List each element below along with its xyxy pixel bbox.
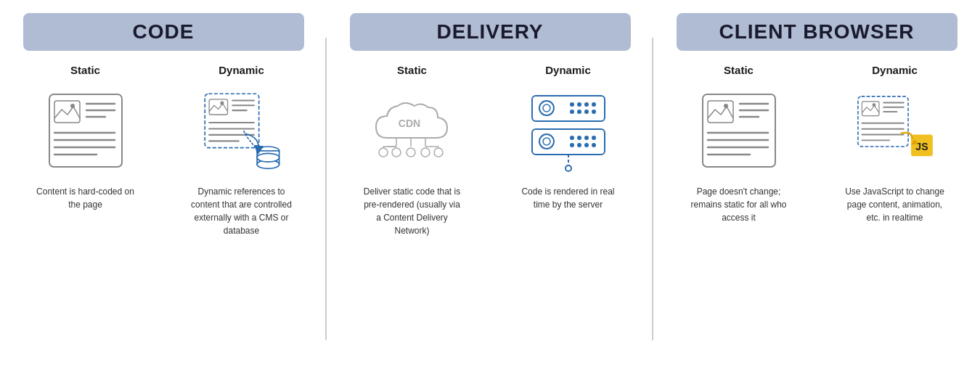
code-section: CODE Static bbox=[0, 0, 327, 378]
code-static-label: Static bbox=[70, 64, 100, 76]
main-container: CODE Static bbox=[0, 0, 980, 378]
svg-point-48 bbox=[592, 110, 596, 114]
code-columns: Static bbox=[7, 64, 319, 365]
code-static-icon bbox=[38, 83, 133, 178]
delivery-static-icon: CDN bbox=[365, 83, 460, 178]
svg-rect-62 bbox=[703, 94, 775, 167]
svg-point-54 bbox=[584, 136, 589, 140]
svg-point-28 bbox=[379, 148, 388, 157]
browser-dynamic-col: Dynamic bbox=[825, 64, 965, 365]
svg-point-52 bbox=[570, 136, 574, 140]
svg-point-57 bbox=[577, 143, 581, 147]
delivery-dynamic-icon bbox=[521, 83, 616, 178]
svg-point-41 bbox=[570, 102, 574, 107]
svg-point-43 bbox=[584, 102, 589, 107]
svg-rect-10 bbox=[205, 94, 258, 147]
svg-point-30 bbox=[407, 148, 415, 157]
svg-point-44 bbox=[592, 102, 596, 107]
delivery-static-col: Static CDN bbox=[342, 64, 483, 365]
svg-rect-0 bbox=[49, 94, 122, 167]
delivery-static-desc: Deliver static code that is pre-rendered… bbox=[362, 185, 463, 237]
svg-point-56 bbox=[570, 143, 574, 147]
delivery-title: DELIVERY bbox=[437, 20, 544, 43]
svg-point-51 bbox=[543, 138, 550, 145]
browser-dynamic-label: Dynamic bbox=[872, 64, 918, 76]
code-static-col: Static bbox=[15, 64, 156, 365]
client-browser-section: CLIENT BROWSER Static bbox=[653, 0, 980, 378]
delivery-section: DELIVERY Static CDN bbox=[327, 0, 653, 378]
svg-point-46 bbox=[577, 110, 581, 114]
svg-point-61 bbox=[565, 165, 571, 171]
svg-rect-72 bbox=[857, 96, 907, 147]
client-browser-title: CLIENT BROWSER bbox=[719, 20, 914, 43]
browser-static-col: Static Pa bbox=[669, 64, 809, 365]
browser-dynamic-desc: Use JavaScript to change page content, a… bbox=[844, 185, 946, 224]
code-dynamic-label: Dynamic bbox=[219, 64, 264, 76]
delivery-static-label: Static bbox=[397, 64, 427, 76]
svg-text:CDN: CDN bbox=[398, 118, 420, 129]
browser-static-icon bbox=[692, 83, 786, 178]
code-static-desc: Content is hard-coded on the page bbox=[35, 185, 136, 211]
svg-point-59 bbox=[592, 143, 596, 147]
code-title: CODE bbox=[133, 20, 195, 43]
svg-point-74 bbox=[872, 103, 875, 107]
browser-dynamic-icon: JS bbox=[848, 83, 942, 178]
svg-point-55 bbox=[592, 136, 596, 140]
svg-point-53 bbox=[577, 136, 581, 140]
browser-static-label: Static bbox=[724, 64, 754, 76]
code-dynamic-desc: Dynamic references to content that are c… bbox=[191, 185, 293, 237]
svg-point-45 bbox=[570, 110, 574, 114]
client-browser-columns: Static Pa bbox=[661, 64, 973, 365]
svg-point-29 bbox=[392, 148, 401, 157]
svg-point-64 bbox=[724, 104, 728, 108]
svg-point-58 bbox=[584, 143, 589, 147]
code-dynamic-col: Dynamic bbox=[171, 64, 312, 365]
svg-point-32 bbox=[434, 148, 443, 157]
svg-point-12 bbox=[220, 101, 224, 104]
svg-text:JS: JS bbox=[915, 141, 928, 153]
code-dynamic-icon bbox=[195, 83, 289, 178]
delivery-dynamic-desc: Code is rendered in real time by the ser… bbox=[518, 185, 619, 211]
svg-point-2 bbox=[70, 104, 75, 108]
client-browser-header: CLIENT BROWSER bbox=[677, 13, 957, 51]
browser-static-desc: Page doesn't change; remains static for … bbox=[688, 185, 790, 224]
svg-point-31 bbox=[421, 148, 430, 157]
svg-point-23 bbox=[257, 153, 279, 162]
svg-point-40 bbox=[543, 104, 550, 112]
code-header: CODE bbox=[23, 13, 304, 51]
delivery-header: DELIVERY bbox=[350, 13, 631, 51]
delivery-columns: Static CDN bbox=[334, 64, 646, 365]
delivery-dynamic-col: Dynamic bbox=[498, 64, 639, 365]
delivery-dynamic-label: Dynamic bbox=[545, 64, 591, 76]
svg-point-42 bbox=[577, 102, 581, 107]
svg-point-47 bbox=[584, 110, 589, 114]
